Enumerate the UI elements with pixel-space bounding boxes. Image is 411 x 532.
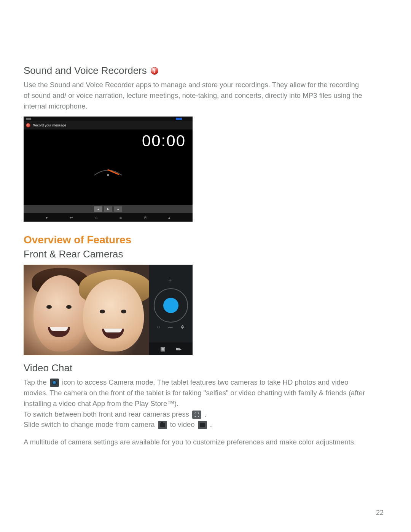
- sound-recorders-description: Use the Sound and Voice Recorder apps to…: [24, 80, 366, 111]
- vc3-pre: Slide switch to change mode from camera: [24, 420, 157, 428]
- vc3-mid: to video: [170, 420, 197, 428]
- camera-mode-bar: ▣ ■▸: [149, 342, 193, 355]
- settings-icon[interactable]: ✲: [180, 324, 185, 330]
- heading-front-rear-cameras: Front & Rear Cameras: [24, 248, 384, 260]
- zoom-in-icon[interactable]: +: [168, 277, 172, 284]
- heading-sound-recorders: Sound and Voice Recorders !: [24, 65, 384, 77]
- nav-volume-up-icon[interactable]: ▴: [168, 215, 170, 220]
- play-button[interactable]: ▶: [104, 206, 112, 212]
- video-chat-paragraph-1: Tap the icon to access Camera mode. The …: [24, 377, 366, 430]
- recorder-timer: 00:00: [142, 132, 186, 150]
- svg-point-0: [107, 174, 109, 176]
- zoom-out-icon[interactable]: —: [168, 324, 173, 330]
- vc2-post: .: [204, 410, 206, 418]
- child-eye-right: [121, 310, 126, 313]
- nav-recent-icon[interactable]: ≡: [119, 215, 122, 220]
- nav-back-icon[interactable]: ↩: [70, 215, 73, 220]
- stop-button[interactable]: ■: [114, 206, 122, 212]
- child-eye-left: [100, 310, 105, 313]
- adult-eye-right: [66, 305, 72, 309]
- video-chat-paragraph-2: A multitude of camera settings are avail…: [24, 437, 366, 447]
- camera-mode-icon: [158, 421, 167, 429]
- vc2-pre: To switch between both front and rear ca…: [24, 410, 191, 418]
- nav-home-icon[interactable]: ⌂: [95, 215, 98, 220]
- heading-video-chat-text: Video Chat: [24, 362, 72, 374]
- recorder-title-bar: Record your message: [24, 121, 193, 129]
- vc3-post: .: [210, 420, 212, 428]
- heading-text: Sound and Voice Recorders: [24, 65, 147, 77]
- recorder-nav-bar: ▾ ↩ ⌂ ≡ ⎘ ▴: [24, 213, 193, 222]
- shutter-ring: [154, 288, 188, 323]
- record-button[interactable]: ■: [94, 206, 102, 212]
- mic-icon: [26, 123, 30, 128]
- recorder-needle-icon: [92, 167, 124, 178]
- switch-camera-icon: [192, 411, 201, 419]
- alert-icon: !: [151, 67, 158, 75]
- camera-lens-icon: [50, 379, 59, 387]
- vc1-post: icon to access Camera mode. The tablet f…: [24, 378, 365, 407]
- video-mode-inline-icon: [198, 421, 207, 429]
- adult-eye-left: [46, 305, 52, 309]
- recorder-status-bar: [24, 117, 193, 121]
- heading-overview-features: Overview of Features: [24, 234, 384, 246]
- recorder-title-text: Record your message: [33, 123, 66, 127]
- page-number: 22: [376, 509, 384, 517]
- recorder-control-bar: ■ ▶ ■: [24, 205, 193, 213]
- nav-screenshot-icon[interactable]: ⎘: [144, 215, 147, 220]
- exposure-icon[interactable]: ○: [157, 324, 160, 330]
- shutter-button[interactable]: [163, 298, 178, 313]
- heading-front-rear-cameras-text: Front & Rear Cameras: [24, 248, 123, 260]
- child-mouth: [102, 329, 124, 339]
- camera-viewfinder: [24, 265, 149, 355]
- photo-child-face: [83, 279, 144, 351]
- camera-control-panel: + ○ — ✲ ▣ ■▸: [149, 265, 193, 355]
- video-mode-icon[interactable]: ■▸: [176, 346, 182, 352]
- camera-screenshot: + ○ — ✲ ▣ ■▸: [24, 265, 193, 355]
- photo-mode-icon[interactable]: ▣: [160, 346, 165, 352]
- adult-mouth: [48, 327, 70, 337]
- vc1-pre: Tap the: [24, 378, 49, 386]
- photo-adult-face: [33, 275, 87, 351]
- recorder-screenshot: Record your message 00:00 ■ ▶ ■ ▾ ↩ ⌂ ≡ …: [24, 117, 193, 222]
- nav-volume-down-icon[interactable]: ▾: [46, 215, 48, 220]
- heading-video-chat: Video Chat: [24, 362, 384, 374]
